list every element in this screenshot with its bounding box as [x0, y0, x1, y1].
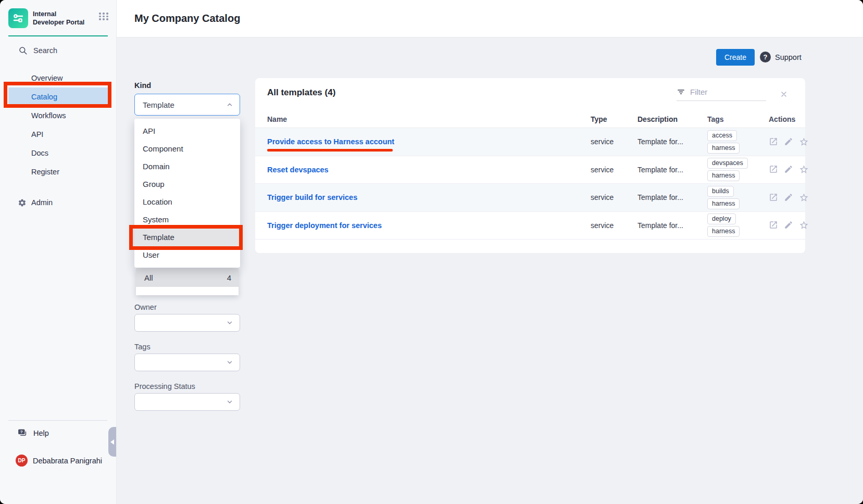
app-window: Internal Developer Portal Search Overvie… — [0, 0, 863, 504]
svg-text:?: ? — [20, 430, 23, 434]
column-header-description: Description — [637, 115, 707, 123]
column-header-name: Name — [255, 115, 591, 123]
tag-stack: accessharness — [707, 130, 769, 154]
logo-title: Internal Developer Portal — [33, 8, 89, 27]
idp-logo-icon — [8, 8, 28, 28]
tag-chip-builds: builds — [707, 186, 734, 197]
tag-stack: devspacesharness — [707, 158, 769, 181]
table-title: All templates (4) — [267, 87, 335, 98]
pencil-icon[interactable] — [784, 193, 793, 203]
tags-select[interactable] — [134, 354, 240, 371]
owner-select[interactable] — [134, 314, 240, 332]
pencil-icon[interactable] — [784, 137, 793, 147]
sidebar-item-register[interactable]: Register — [0, 162, 116, 181]
column-header-tags: Tags — [707, 115, 769, 123]
kind-option-system[interactable]: System — [134, 211, 240, 229]
table-filter-field[interactable] — [677, 87, 766, 101]
cell-description: Template for... — [637, 193, 707, 201]
open-in-new-icon[interactable] — [769, 193, 778, 203]
tag-chip-devspaces: devspaces — [707, 158, 748, 169]
sidebar: Internal Developer Portal Search Overvie… — [0, 0, 117, 504]
admin-label: Admin — [31, 198, 53, 207]
open-in-new-icon[interactable] — [769, 220, 778, 230]
star-icon[interactable] — [799, 193, 809, 203]
support-button[interactable]: ? Support — [760, 52, 802, 62]
sidebar-item-help[interactable]: ? Help — [17, 428, 49, 438]
main-content: Create ? Support Kind Template APICompon… — [117, 37, 863, 504]
cell-type: service — [591, 221, 637, 230]
sidebar-item-catalog[interactable]: Catalog — [8, 87, 108, 106]
kind-option-domain[interactable]: Domain — [134, 158, 240, 175]
kind-count-listbox: All 4 — [136, 268, 239, 295]
table-row: Reset devspacesserviceTemplate for...dev… — [255, 156, 805, 184]
template-link[interactable]: Trigger build for services — [267, 193, 357, 201]
name-wrap: Trigger deployment for services — [267, 221, 382, 230]
name-wrap: Trigger build for services — [267, 193, 357, 202]
sidebar-item-docs[interactable]: Docs — [0, 144, 116, 162]
cell-type: service — [591, 166, 637, 174]
all-count: 4 — [227, 273, 231, 282]
table-row: Provide access to Harness accountservice… — [255, 128, 805, 156]
star-icon[interactable] — [799, 220, 809, 230]
open-in-new-icon[interactable] — [769, 165, 778, 174]
sidebar-divider — [8, 420, 107, 421]
template-link[interactable]: Provide access to Harness account — [267, 137, 394, 146]
page-title: My Company Catalog — [117, 0, 863, 24]
kind-option-component[interactable]: Component — [134, 140, 240, 158]
sidebar-item-overview[interactable]: Overview — [0, 69, 116, 87]
kind-option-user[interactable]: User — [134, 246, 240, 264]
cell-name: Trigger deployment for services — [255, 221, 591, 230]
tag-stack: deployharness — [707, 213, 769, 237]
user-menu[interactable]: DP Debabrata Panigrahi — [16, 455, 102, 467]
open-in-new-icon[interactable] — [769, 137, 778, 147]
cell-tags: buildsharness — [707, 186, 769, 209]
clear-filter-icon[interactable] — [780, 90, 788, 98]
pencil-icon[interactable] — [784, 220, 793, 230]
chevron-down-icon — [226, 319, 233, 326]
tags-filter-label: Tags — [134, 343, 151, 351]
cell-name: Trigger build for services — [255, 193, 591, 202]
sidebar-nav: OverviewCatalogWorkflowsAPIDocsRegister — [0, 69, 116, 181]
cell-actions — [769, 220, 805, 230]
tag-stack: buildsharness — [707, 186, 769, 209]
table-filter-input[interactable] — [690, 87, 758, 96]
waffle-icon[interactable] — [99, 12, 109, 20]
cell-tags: accessharness — [707, 130, 769, 154]
sidebar-item-admin[interactable]: Admin — [0, 193, 116, 212]
chevron-up-icon — [226, 101, 233, 108]
star-icon[interactable] — [799, 137, 809, 147]
create-button[interactable]: Create — [716, 49, 755, 66]
name-wrap: Provide access to Harness account — [267, 137, 394, 146]
table-header-row: Name Type Description Tags Actions — [255, 111, 805, 128]
kind-option-group[interactable]: Group — [134, 175, 240, 193]
table-filter — [677, 87, 788, 101]
kind-option-api[interactable]: API — [134, 122, 240, 140]
star-icon[interactable] — [799, 165, 809, 174]
kind-option-location[interactable]: Location — [134, 193, 240, 211]
kind-count-row-all[interactable]: All 4 — [136, 268, 239, 287]
column-header-type: Type — [591, 115, 637, 123]
logo-row: Internal Developer Portal — [0, 0, 116, 35]
tag-chip-harness: harness — [707, 198, 740, 209]
cell-description: Template for... — [637, 166, 707, 174]
search-label: Search — [33, 46, 57, 55]
table-row: Trigger deployment for servicesserviceTe… — [255, 212, 805, 240]
cell-tags: deployharness — [707, 213, 769, 237]
kind-option-template[interactable]: Template — [134, 229, 240, 246]
template-link[interactable]: Reset devspaces — [267, 166, 329, 174]
search-icon — [18, 46, 28, 55]
chevron-down-icon — [226, 359, 233, 366]
column-header-actions: Actions — [769, 115, 805, 123]
kind-dropdown-menu: APIComponentDomainGroupLocationSystemTem… — [134, 119, 240, 268]
sidebar-collapse-handle[interactable] — [108, 427, 116, 457]
pencil-icon[interactable] — [784, 165, 793, 174]
table-body: Provide access to Harness accountservice… — [255, 128, 805, 240]
kind-select[interactable]: Template — [134, 94, 240, 116]
cell-description: Template for... — [637, 137, 707, 146]
template-link[interactable]: Trigger deployment for services — [267, 221, 382, 230]
processing-status-select[interactable] — [134, 393, 240, 411]
sidebar-item-api[interactable]: API — [0, 125, 116, 144]
sidebar-item-workflows[interactable]: Workflows — [0, 106, 116, 125]
sidebar-item-search[interactable]: Search — [0, 36, 116, 56]
tag-chip-deploy: deploy — [707, 213, 736, 224]
